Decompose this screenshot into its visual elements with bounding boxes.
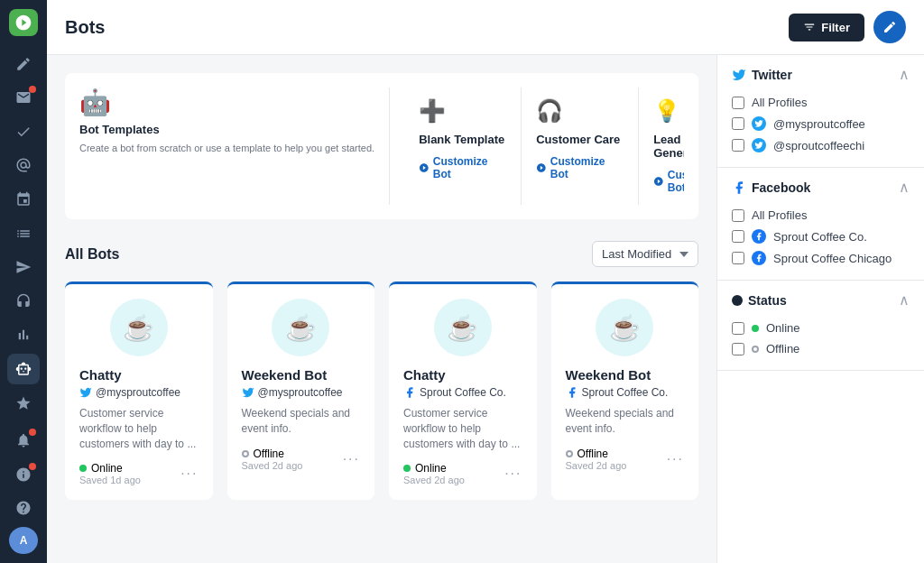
bot-more-btn-2[interactable]: ··· <box>504 466 522 482</box>
bot-card-icon-0: ☕ <box>110 299 168 356</box>
twitter-filter-section: Twitter ∧ All Profiles @mysproutcoffee <box>717 55 924 168</box>
customize-link-blank[interactable]: Customize Bot <box>419 155 506 180</box>
bot-more-btn-0[interactable]: ··· <box>180 466 198 482</box>
sidebar-item-compose[interactable] <box>7 49 40 79</box>
bot-twitter-icon <box>79 386 92 399</box>
bot-card-0[interactable]: ☕ Chatty @mysproutcoffee Customer servic… <box>65 282 213 500</box>
template-card-customer-care[interactable]: 🎧 Customer Care Customize Bot <box>522 88 639 205</box>
template-icon-customer-care: 🎧 <box>536 98 563 124</box>
page-title: Bots <box>65 17 105 38</box>
status-collapse-btn[interactable]: ∧ <box>899 291 910 309</box>
sidebar-item-chart[interactable] <box>7 320 40 351</box>
facebook-collapse-btn[interactable]: ∧ <box>899 179 910 196</box>
sidebar-item-bots[interactable] <box>7 354 40 384</box>
bot-card-footer-0: Online Saved 1d ago ··· <box>79 462 199 485</box>
bot-card-3[interactable]: ☕ Weekend Bot Sprout Coffee Co. Weekend … <box>551 282 699 500</box>
bot-card-desc-2: Customer service workflow to help custom… <box>403 406 522 451</box>
bot-card-profile-2: Sprout Coffee Co. <box>403 386 522 399</box>
sidebar-item-send[interactable] <box>7 252 40 282</box>
status-online[interactable]: Online <box>732 318 910 338</box>
template-name-lead-gen: Lead Generation <box>653 133 684 160</box>
customize-icon-customer-care <box>536 162 547 173</box>
customize-icon-lead-gen <box>653 176 664 187</box>
bot-saved-1: Saved 2d ago <box>242 460 303 471</box>
sort-select[interactable]: Last ModifiedNameStatus <box>592 241 698 267</box>
sidebar-item-pin[interactable] <box>7 184 40 215</box>
bot-card-profile-3: Sprout Coffee Co. <box>566 386 685 399</box>
bots-grid: ☕ Chatty @mysproutcoffee Customer servic… <box>65 282 698 500</box>
bot-status-0: Online <box>79 462 141 475</box>
sidebar-item-help[interactable] <box>7 494 40 524</box>
twitter-icon <box>732 68 746 82</box>
status-dot-icon <box>732 295 743 306</box>
template-card-lead-gen[interactable]: 💡 Lead Generation Customize Bot <box>639 88 684 205</box>
twitter-profile-2-icon <box>752 138 766 152</box>
bot-card-status-2: Online Saved 2d ago <box>403 462 465 485</box>
all-bots-header: All Bots Last ModifiedNameStatus <box>65 241 698 267</box>
edit-icon <box>882 20 897 34</box>
bot-facebook-icon <box>403 386 416 399</box>
bot-status-dot <box>403 465 411 472</box>
notification-badge <box>29 429 36 436</box>
customize-icon-blank <box>419 162 430 173</box>
status-offline[interactable]: Offline <box>732 338 910 359</box>
bot-card-icon-2: ☕ <box>434 299 492 356</box>
bot-card-status-3: Offline Saved 2d ago <box>566 448 627 471</box>
customize-link-customer-care[interactable]: Customize Bot <box>536 155 624 180</box>
bot-card-1[interactable]: ☕ Weekend Bot @mysproutcoffee Weekend sp… <box>227 282 375 500</box>
sidebar-item-inbox[interactable] <box>7 82 40 113</box>
bot-status-2: Online <box>403 462 465 475</box>
sidebar-item-audio[interactable] <box>7 286 40 317</box>
twitter-collapse-btn[interactable]: ∧ <box>899 66 910 83</box>
status-offline-checkbox[interactable] <box>732 343 744 355</box>
template-card-blank[interactable]: ➕ Blank Template Customize Bot <box>404 88 522 205</box>
customize-link-lead-gen[interactable]: Customize Bot <box>653 169 684 194</box>
templates-list: ➕ Blank Template Customize Bot 🎧 Custome… <box>404 88 684 205</box>
twitter-small-icon-2 <box>754 141 763 150</box>
page-header: Bots Filter <box>47 0 924 55</box>
facebook-profile-1[interactable]: Sprout Coffee Co. <box>732 226 910 247</box>
main-area: Bots Filter 🤖 Bot Templates Create a bot… <box>47 0 924 563</box>
bot-more-btn-1[interactable]: ··· <box>343 451 360 467</box>
facebook-profile-1-checkbox[interactable] <box>732 230 744 243</box>
facebook-profile-2[interactable]: Sprout Coffee Chicago <box>732 247 910 269</box>
twitter-all-profiles[interactable]: All Profiles <box>732 92 910 113</box>
user-avatar[interactable]: A <box>9 527 38 554</box>
all-bots-title: All Bots <box>65 246 119 263</box>
bot-card-status-0: Online Saved 1d ago <box>79 462 141 485</box>
filter-button[interactable]: Filter <box>789 14 864 42</box>
sidebar-item-list[interactable] <box>7 218 40 249</box>
sidebar-item-notifications[interactable] <box>7 425 40 456</box>
twitter-profile-1-checkbox[interactable] <box>732 117 744 130</box>
offline-dot <box>752 346 759 353</box>
template-icon-blank: ➕ <box>419 98 446 124</box>
facebook-icon <box>732 180 746 195</box>
status-online-checkbox[interactable] <box>732 322 744 335</box>
bot-status-3: Offline <box>566 448 627 460</box>
template-name-blank: Blank Template <box>419 133 504 146</box>
sidebar-item-star[interactable] <box>7 388 40 419</box>
bot-card-profile-0: @mysproutcoffee <box>79 386 199 399</box>
twitter-section-header: Twitter ∧ <box>732 66 910 83</box>
sidebar-item-tasks[interactable] <box>7 116 40 147</box>
content-area: 🤖 Bot Templates Create a bot from scratc… <box>47 55 924 563</box>
facebook-profile-2-checkbox[interactable] <box>732 252 744 264</box>
sidebar-item-mentions[interactable] <box>7 151 40 181</box>
twitter-profile-2-checkbox[interactable] <box>732 139 744 152</box>
status-section-header: Status ∧ <box>732 291 910 309</box>
twitter-profile-1[interactable]: @mysproutcoffee <box>732 113 910 134</box>
bot-saved-3: Saved 2d ago <box>566 460 627 471</box>
bot-more-btn-3[interactable]: ··· <box>667 451 684 467</box>
twitter-profile-2[interactable]: @sproutcoffeechi <box>732 134 910 156</box>
twitter-all-profiles-checkbox[interactable] <box>732 97 744 109</box>
facebook-all-profiles-checkbox[interactable] <box>732 209 744 222</box>
facebook-all-profiles[interactable]: All Profiles <box>732 205 910 226</box>
robot-icon: 🤖 <box>79 88 374 117</box>
app-logo[interactable] <box>9 9 38 36</box>
bot-card-2[interactable]: ☕ Chatty Sprout Coffee Co. Customer serv… <box>389 282 537 500</box>
bot-status-1: Offline <box>242 448 303 460</box>
edit-button[interactable] <box>873 11 906 43</box>
bot-card-footer-2: Online Saved 2d ago ··· <box>403 462 522 485</box>
sidebar-item-settings[interactable] <box>7 459 40 490</box>
template-intro-desc: Create a bot from scratch or use a templ… <box>79 142 374 155</box>
